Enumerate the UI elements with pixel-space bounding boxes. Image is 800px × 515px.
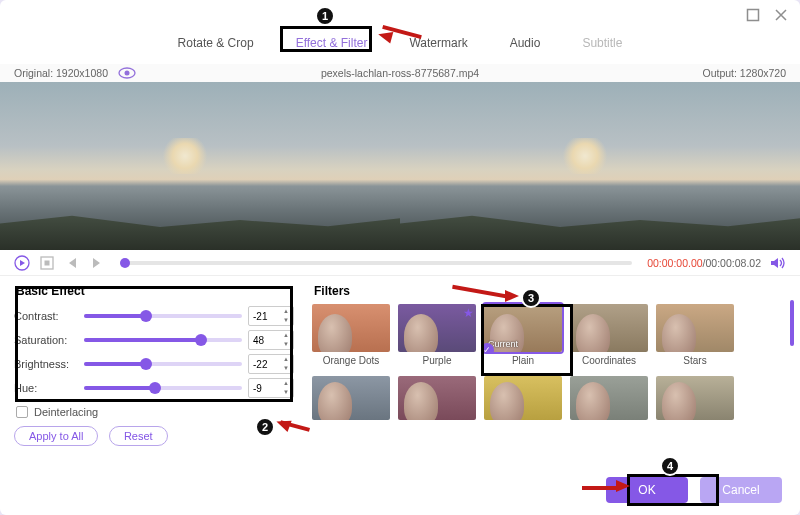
star-icon: ★ [463,306,474,320]
output-dim: Output: 1280x720 [703,67,786,79]
spin-up-icon[interactable]: ▲ [280,379,292,388]
effect-value[interactable]: 48 ▲▼ [248,330,294,350]
effect-value[interactable]: -22 ▲▼ [248,354,294,374]
filter-item[interactable]: Current ✓ Plain [484,304,562,366]
basic-effect-title: Basic Effect [16,284,294,298]
spin-up-icon[interactable]: ▲ [280,307,292,316]
effect-value[interactable]: -21 ▲▼ [248,306,294,326]
tab-subtitle: Subtitle [574,32,630,54]
filter-item[interactable] [312,376,390,420]
deinterlacing-row[interactable]: Deinterlacing [16,406,294,418]
filter-label: Plain [484,355,562,366]
filters-title: Filters [314,284,786,298]
effect-slider[interactable] [84,386,242,390]
effect-label: Hue: [14,382,78,394]
reset-button[interactable]: Reset [109,426,168,446]
filename: pexels-lachlan-ross-8775687.mp4 [321,67,479,79]
filters-scrollbar[interactable] [790,300,794,346]
next-icon[interactable] [89,255,105,271]
effect-slider[interactable] [84,338,242,342]
filter-thumb[interactable]: Current ✓ [484,304,562,352]
playbar: 00:00:00.00/00:00:08.02 [0,250,800,276]
stop-icon[interactable] [39,255,55,271]
time-display: 00:00:00.00/00:00:08.02 [647,257,761,269]
spin-down-icon[interactable]: ▼ [280,364,292,373]
filter-thumb[interactable] [484,376,562,420]
filter-label: Purple [398,355,476,366]
maximize-icon[interactable] [746,8,760,22]
svg-rect-0 [748,10,759,21]
effect-row-3: Hue: -9 ▲▼ [14,376,294,400]
filter-item[interactable] [484,376,562,420]
basic-effect-panel: Basic Effect Contrast: -21 ▲▼ Saturation… [14,282,294,446]
filter-thumb[interactable] [656,304,734,352]
meta-bar: Original: 1920x1080 pexels-lachlan-ross-… [0,64,800,82]
filter-thumb[interactable] [656,376,734,420]
titlebar [0,0,800,30]
app: Rotate & Crop Effect & Filter Watermark … [0,0,800,515]
filter-thumb[interactable]: ★ [398,304,476,352]
tab-audio[interactable]: Audio [502,32,549,54]
tabs: Rotate & Crop Effect & Filter Watermark … [0,30,800,64]
filter-item[interactable]: Orange Dots [312,304,390,366]
effect-row-1: Saturation: 48 ▲▼ [14,328,294,352]
filter-thumb[interactable] [312,304,390,352]
prev-icon[interactable] [64,255,80,271]
filter-label: Stars [656,355,734,366]
effect-label: Saturation: [14,334,78,346]
effect-value[interactable]: -9 ▲▼ [248,378,294,398]
tab-effect-filter[interactable]: Effect & Filter [288,32,376,54]
filter-thumb[interactable] [312,376,390,420]
timeline[interactable] [120,261,632,265]
preview-original [0,82,400,250]
effect-row-0: Contrast: -21 ▲▼ [14,304,294,328]
original-dim: Original: 1920x1080 [14,67,108,79]
close-icon[interactable] [774,8,788,22]
spin-down-icon[interactable]: ▼ [280,388,292,397]
filter-thumb[interactable] [570,376,648,420]
main-area: Basic Effect Contrast: -21 ▲▼ Saturation… [0,276,800,446]
filter-label: Coordinates [570,355,648,366]
filter-item[interactable]: ★ Purple [398,304,476,366]
cancel-button[interactable]: Cancel [700,477,782,503]
filter-item[interactable] [656,376,734,420]
filter-item[interactable] [398,376,476,420]
preview-eye-icon[interactable] [118,67,136,79]
svg-rect-5 [45,260,50,265]
footer: OK Cancel [606,477,782,503]
effect-slider[interactable] [84,362,242,366]
effect-row-2: Brightness: -22 ▲▼ [14,352,294,376]
spin-up-icon[interactable]: ▲ [280,355,292,364]
tab-watermark[interactable]: Watermark [401,32,475,54]
effect-label: Contrast: [14,310,78,322]
filter-label: Orange Dots [312,355,390,366]
ok-button[interactable]: OK [606,477,688,503]
filter-item[interactable]: Coordinates [570,304,648,366]
apply-to-all-button[interactable]: Apply to All [14,426,98,446]
filter-item[interactable] [570,376,648,420]
preview-pane [0,82,800,250]
filter-thumb[interactable] [570,304,648,352]
spin-down-icon[interactable]: ▼ [280,340,292,349]
filter-item[interactable]: Stars [656,304,734,366]
volume-icon[interactable] [770,255,786,271]
deinterlacing-label: Deinterlacing [34,406,98,418]
filters-panel: Filters Orange Dots ★ Purple Current ✓ P… [312,282,786,446]
spin-up-icon[interactable]: ▲ [280,331,292,340]
tab-rotate-crop[interactable]: Rotate & Crop [170,32,262,54]
filter-thumb[interactable] [398,376,476,420]
effect-slider[interactable] [84,314,242,318]
svg-point-2 [124,71,129,76]
deinterlacing-checkbox[interactable] [16,406,28,418]
annotation-badge-4: 4 [660,456,680,476]
effect-label: Brightness: [14,358,78,370]
play-icon[interactable] [14,255,30,271]
preview-result [400,82,800,250]
spin-down-icon[interactable]: ▼ [280,316,292,325]
